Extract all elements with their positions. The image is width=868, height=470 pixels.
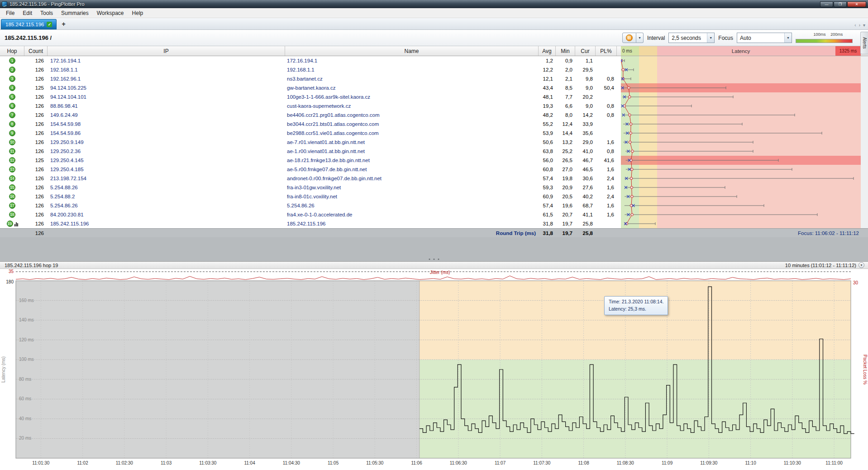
ip-cell[interactable]: 149.6.24.49	[48, 110, 285, 120]
col-header-pl[interactable]: PL%	[596, 46, 617, 56]
ip-cell[interactable]: 129.250.2.36	[48, 147, 285, 156]
table-row[interactable]: 2126192.168.1.1192.168.1.112,22,029,5	[0, 65, 861, 74]
table-row[interactable]: 151265.254.88.26fra-in3-01gw.voxility.ne…	[0, 183, 861, 192]
table-row[interactable]: 1126172.16.194.1172.16.194.11,20,91,1	[0, 56, 861, 65]
name-cell[interactable]: fra4.xe-0-1-0.accelerated.de	[285, 210, 539, 219]
name-cell[interactable]: fra-in3-01gw.voxility.net	[285, 183, 539, 192]
name-cell[interactable]: ae-1.r00.vienat01.at.bb.gin.ntt.net	[285, 147, 539, 156]
tab-list-chevron-icon[interactable]: ▾	[863, 23, 865, 28]
timeline-range-label[interactable]: 10 minutes (11:01:12 - 11:11:12)	[785, 263, 856, 268]
hop-cell: 1	[0, 56, 24, 65]
count-cell: 125	[24, 156, 48, 165]
col-header-name[interactable]: Name	[285, 46, 539, 56]
name-cell[interactable]: 5.254.86.26	[285, 201, 539, 210]
name-cell[interactable]: be4406.ccr21.prg01.atlas.cogentco.com	[285, 110, 539, 120]
ip-cell[interactable]: 129.250.9.149	[48, 138, 285, 147]
name-cell[interactable]: 172.16.194.1	[285, 56, 539, 65]
name-cell[interactable]: cust-kaora-supernetwork.cz	[285, 101, 539, 110]
timeline-chart[interactable]: 160 ms140 ms120 ms100 ms80 ms60 ms40 ms2…	[0, 269, 868, 470]
name-cell[interactable]: be2988.ccr51.vie01.atlas.cogentco.com	[285, 129, 539, 138]
menu-item-tools[interactable]: Tools	[36, 9, 57, 17]
ip-cell[interactable]: 5.254.86.26	[48, 201, 285, 210]
menu-item-file[interactable]: File	[2, 9, 19, 17]
tab-target[interactable]: 185.242.115.196 ✓	[1, 19, 57, 29]
close-button[interactable]: ✕	[847, 1, 866, 7]
ip-cell[interactable]: 154.54.59.86	[48, 129, 285, 138]
tab-scroll-right-icon[interactable]: ›	[859, 23, 860, 28]
menu-item-help[interactable]: Help	[128, 9, 148, 17]
table-row[interactable]: 7126149.6.24.49be4406.ccr21.prg01.atlas.…	[0, 110, 861, 120]
col-header-avg[interactable]: Avg	[539, 46, 556, 56]
name-cell[interactable]: ae-7.r01.vienat01.at.bb.gin.ntt.net	[285, 138, 539, 147]
table-row[interactable]: 11126129.250.2.36ae-1.r00.vienat01.at.bb…	[0, 147, 861, 156]
table-row[interactable]: 13126129.250.4.185ae-5.r00.frnkge07.de.b…	[0, 165, 861, 174]
alerts-side-tab[interactable]: Alerts	[860, 32, 868, 54]
name-cell[interactable]: andronet-0.r00.frnkge07.de.bb.gin.ntt.ne…	[285, 174, 539, 183]
ip-cell[interactable]: 5.254.88.2	[48, 192, 285, 201]
ip-cell[interactable]: 129.250.4.185	[48, 165, 285, 174]
ip-cell[interactable]: 192.162.96.1	[48, 74, 285, 83]
tab-scroll-left-icon[interactable]: ‹	[854, 23, 856, 28]
ip-cell[interactable]: 129.250.4.145	[48, 156, 285, 165]
ip-cell[interactable]: 88.86.98.41	[48, 101, 285, 110]
focus-select[interactable]: Auto ▼	[737, 33, 792, 43]
pl-cell: 1,6	[596, 138, 617, 147]
hop-cell: 12	[0, 156, 24, 165]
name-cell[interactable]: gw-bartanet.kaora.cz	[285, 83, 539, 92]
splitter-handle-icon[interactable]	[429, 259, 439, 260]
table-row[interactable]: 612688.86.98.41cust-kaora-supernetwork.c…	[0, 101, 861, 110]
pl-cell	[596, 65, 617, 74]
minimize-button[interactable]: —	[820, 1, 833, 7]
count-cell: 126	[24, 192, 48, 201]
maximize-button[interactable]: ❐	[834, 1, 847, 7]
table-row[interactable]: 512694.124.104.101100ge3-1-1-666.asr9k-s…	[0, 92, 861, 101]
col-header-count[interactable]: Count	[24, 46, 48, 56]
ip-cell[interactable]: 172.16.194.1	[48, 56, 285, 65]
count-cell: 126	[24, 219, 48, 228]
avg-cell: 48,1	[539, 92, 556, 101]
cur-cell: 41,1	[575, 210, 596, 219]
name-cell[interactable]: ns3.bartanet.cz	[285, 74, 539, 83]
name-cell[interactable]: 185.242.115.196	[285, 219, 539, 228]
pause-dropdown-button[interactable]: ▼	[636, 33, 644, 43]
name-cell[interactable]: fra-in8-01c.voxility.net	[285, 192, 539, 201]
cur-cell: 9,0	[575, 101, 596, 110]
name-cell[interactable]: ae-18.r21.frnkge13.de.bb.gin.ntt.net	[285, 156, 539, 165]
table-row[interactable]: 8126154.54.59.98be3044.ccr21.bts01.atlas…	[0, 120, 861, 129]
new-tab-button[interactable]: +	[59, 19, 68, 29]
table-row[interactable]: 19126185.242.115.196185.242.115.19631,81…	[0, 219, 861, 228]
name-cell[interactable]: be3044.ccr21.bts01.atlas.cogentco.com	[285, 120, 539, 129]
table-row[interactable]: 12125129.250.4.145ae-18.r21.frnkge13.de.…	[0, 156, 861, 165]
table-row[interactable]: 10126129.250.9.149ae-7.r01.vienat01.at.b…	[0, 138, 861, 147]
ip-cell[interactable]: 185.242.115.196	[48, 219, 285, 228]
name-cell[interactable]: 192.168.1.1	[285, 65, 539, 74]
panel-splitter[interactable]	[0, 237, 868, 261]
interval-select[interactable]: 2,5 seconds ▼	[668, 33, 715, 43]
table-row[interactable]: 9126154.54.59.86be2988.ccr51.vie01.atlas…	[0, 129, 861, 138]
table-row[interactable]: 14126213.198.72.154andronet-0.r00.frnkge…	[0, 174, 861, 183]
col-header-hop[interactable]: Hop	[0, 46, 24, 56]
col-header-cur[interactable]: Cur	[575, 46, 596, 56]
ip-cell[interactable]: 94.124.105.225	[48, 83, 285, 92]
cur-cell: 29,5	[575, 65, 596, 74]
menu-item-workspace[interactable]: Workspace	[93, 9, 128, 17]
col-header-min[interactable]: Min	[556, 46, 575, 56]
ip-cell[interactable]: 192.168.1.1	[48, 65, 285, 74]
table-row[interactable]: 3126192.162.96.1ns3.bartanet.cz12,12,19,…	[0, 74, 861, 83]
col-header-ip[interactable]: IP	[48, 46, 285, 56]
name-cell[interactable]: ae-5.r00.frnkge07.de.bb.gin.ntt.net	[285, 165, 539, 174]
pause-button[interactable]	[622, 33, 636, 43]
table-row[interactable]: 412594.124.105.225gw-bartanet.kaora.cz43…	[0, 83, 861, 92]
timeline-range-chevron-icon[interactable]: ▼	[858, 262, 864, 268]
table-row[interactable]: 1812684.200.230.81fra4.xe-0-1-0.accelera…	[0, 210, 861, 219]
ip-cell[interactable]: 213.198.72.154	[48, 174, 285, 183]
menu-item-summaries[interactable]: Summaries	[57, 9, 93, 17]
table-row[interactable]: 171265.254.86.265.254.86.2657,419,668,71…	[0, 201, 861, 210]
ip-cell[interactable]: 154.54.59.98	[48, 120, 285, 129]
name-cell[interactable]: 100ge3-1-1-666.asr9k-sitel.kaora.cz	[285, 92, 539, 101]
ip-cell[interactable]: 94.124.104.101	[48, 92, 285, 101]
ip-cell[interactable]: 5.254.88.26	[48, 183, 285, 192]
menu-item-edit[interactable]: Edit	[19, 9, 36, 17]
ip-cell[interactable]: 84.200.230.81	[48, 210, 285, 219]
table-row[interactable]: 161265.254.88.2fra-in8-01c.voxility.net6…	[0, 192, 861, 201]
